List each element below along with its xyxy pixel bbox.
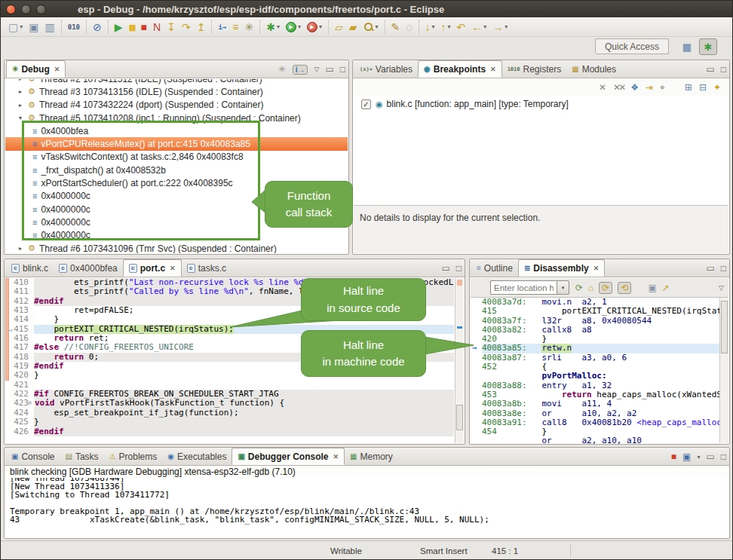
binary-view-button[interactable]: 010: [66, 19, 82, 35]
debug-tree-frame-row[interactable]: ≡0x4000000c: [5, 216, 348, 228]
expand-arrow-icon[interactable]: ▸: [19, 245, 28, 252]
skip-all-breakpoints-button[interactable]: ⊘: [90, 19, 104, 35]
disassembly-line[interactable]: 40083a88: entry a1, 32: [471, 381, 728, 390]
overview-ruler[interactable]: [455, 278, 464, 443]
tab-registers[interactable]: 1010Registers: [502, 60, 567, 78]
run-dropdown-icon[interactable]: ▾: [298, 23, 301, 30]
step-into-button[interactable]: ↧: [164, 19, 178, 35]
disassembly-scroll-thumb[interactable]: [721, 301, 728, 353]
minimize-view-icon[interactable]: ▭: [706, 64, 714, 75]
disconnect-button[interactable]: N: [151, 19, 163, 35]
export-icon[interactable]: ↗: [662, 283, 670, 293]
tab-debugger-console[interactable]: ▣Debugger Console✕: [232, 448, 345, 465]
console-output[interactable]: [New Thread 1073468744][New Thread 10734…: [5, 478, 728, 537]
breakpoint-checkbox[interactable]: ✓: [361, 99, 371, 109]
debug-tree-frame-row[interactable]: ≡_frxt_dispatch() at 0x4008532b: [5, 164, 348, 176]
disassembly-scrollbar[interactable]: [719, 298, 728, 443]
open-resource-button[interactable]: ▰: [347, 19, 360, 35]
disassembly-line[interactable]: 415 portEXIT_CRITICAL_NESTED(irqStatus): [471, 307, 728, 316]
step-over-button[interactable]: ↷: [179, 19, 193, 35]
editor-code-line[interactable]: 424 esp_set_breakpoint_if_jtag(function)…: [10, 409, 454, 418]
cpp-perspective-button[interactable]: ▦: [678, 38, 696, 55]
maximize-view-icon[interactable]: □: [721, 64, 726, 75]
maximize-view-icon[interactable]: □: [721, 263, 726, 274]
editor-code-line[interactable]: 415 portEXIT_CRITICAL_NESTED(irqStatus);: [10, 325, 454, 334]
debug-perspective-button[interactable]: ✱: [699, 38, 717, 55]
view-menu-icon[interactable]: ▽: [314, 66, 319, 73]
editor-code-line[interactable]: 417#else //!CONFIG_FREERTOS_UNICORE: [10, 343, 454, 352]
new-button[interactable]: ▢▾: [6, 19, 25, 35]
editor-code-line[interactable]: 419#endif: [10, 362, 454, 371]
resume-button[interactable]: ▶: [112, 19, 125, 35]
minimize-view-icon[interactable]: ▭: [325, 64, 333, 75]
tab-executables[interactable]: ◉Executables: [162, 448, 232, 465]
tab-memory[interactable]: ▦Memory: [345, 448, 398, 465]
home-icon[interactable]: ⌂: [588, 283, 593, 293]
disassembly-line[interactable]: 454 }: [471, 427, 728, 436]
remove-breakpoint-icon[interactable]: ✕: [599, 82, 606, 93]
debug-tree-frame-row[interactable]: ≡vPortCPUReleaseMutex() at port.c:415 0x…: [5, 137, 348, 150]
maximize-window-button[interactable]: [36, 5, 46, 14]
suspend-button[interactable]: ▮▮: [127, 19, 137, 35]
close-tab-icon[interactable]: ✕: [333, 453, 339, 461]
expand-arrow-icon[interactable]: ▾: [19, 115, 28, 121]
disassembly-line[interactable]: 40083a7f: l32r a8, 0x40080544: [471, 317, 728, 326]
step-return-button[interactable]: ↥: [195, 19, 208, 35]
follow-pc-icon[interactable]: ⟲: [618, 282, 631, 294]
unlink-icon[interactable]: ⌖: [660, 82, 665, 93]
disassembly-line[interactable]: 420 }: [471, 335, 728, 344]
disassembly-line[interactable]: 40083a7d: movi.n a2, 1: [471, 298, 728, 307]
group-by-icon[interactable]: ✦: [713, 82, 721, 93]
instruction-stepping-toggle-icon[interactable]: i→: [293, 65, 308, 75]
debug-dropdown-icon[interactable]: ▾: [277, 23, 280, 30]
tab-tasks-c[interactable]: ctasks.c: [182, 259, 232, 277]
last-edit-location-button[interactable]: ↓▾: [423, 19, 437, 35]
location-input[interactable]: [490, 280, 557, 295]
disassembly-line[interactable]: 452 {: [471, 363, 728, 372]
close-tab-icon[interactable]: ✕: [170, 265, 176, 272]
fold-marker-icon[interactable]: ⊖: [28, 399, 35, 408]
disassembly-line[interactable]: →40083a85: retw.n: [471, 344, 728, 353]
disassembly-line[interactable]: pvPortMalloc:: [471, 372, 728, 381]
run-button[interactable]: ▶▾: [284, 19, 303, 35]
tab-port-c[interactable]: cport.c✕: [123, 259, 182, 277]
ruler-thumb[interactable]: [456, 405, 463, 430]
close-window-button[interactable]: [6, 5, 16, 14]
quick-access-button[interactable]: Quick Access: [595, 38, 669, 54]
expand-arrow-icon[interactable]: ▸: [19, 102, 28, 109]
remove-all-breakpoints-icon[interactable]: ✕✕: [613, 82, 624, 93]
breakpoint-item[interactable]: ✓ ◉ blink.c [function: app_main] [type: …: [354, 97, 728, 111]
save-all-button[interactable]: ▥: [42, 19, 57, 35]
disassembly-line[interactable]: 40083a8e: or a10, a2, a2: [471, 409, 728, 418]
new-view-icon[interactable]: ▣: [648, 283, 656, 293]
tab-problems[interactable]: ⚠Problems: [104, 448, 163, 465]
disassembly-line[interactable]: 40083a87: srli a3, a0, 6: [471, 353, 728, 363]
go-to-file-icon[interactable]: ⇥: [646, 82, 653, 93]
disassembly-line[interactable]: or a2, a10, a10: [471, 436, 728, 445]
editor-code-line[interactable]: 416 return ret;: [10, 334, 454, 343]
debug-tree-frame-row[interactable]: ≡xPortStartScheduler() at port.c:222 0x4…: [5, 176, 348, 189]
minimize-view-icon[interactable]: ▭: [441, 263, 449, 274]
debug-button[interactable]: ✱▾: [264, 19, 282, 35]
disassembly-line[interactable]: 40083a82: callx8 a8: [471, 326, 728, 335]
annotations-button[interactable]: ◌: [403, 19, 414, 35]
pin-console-button[interactable]: ≡: [230, 19, 241, 35]
tab-disassembly[interactable]: ≣Disassembly✕: [518, 259, 605, 277]
expand-arrow-icon[interactable]: ▸: [19, 88, 28, 95]
minimize-view-icon[interactable]: ▭: [706, 263, 714, 274]
debug-tree-frame-row[interactable]: ≡0x4000000c: [5, 203, 348, 216]
debug-tree-thread-row[interactable]: ▸⚙Thread #3 1073413156 (IDLE) (Suspended…: [5, 85, 348, 98]
debug-tree-thread-row[interactable]: ▾⚙Thread #5 1073410208 (ipc1 : Running) …: [5, 112, 348, 124]
tab-tasks[interactable]: ▤Tasks: [60, 448, 103, 465]
instruction-stepping-button[interactable]: i→: [216, 19, 228, 35]
debug-tree-frame-row[interactable]: ≡vTaskSwitchContext() at tasks.c:2,846 0…: [5, 151, 348, 164]
close-tab-icon[interactable]: ✕: [593, 265, 600, 272]
next-edit-location-dropdown-icon[interactable]: ▾: [448, 23, 451, 30]
editor-code-line[interactable]: 411 ets_printf("Called by %s line %d\n",…: [10, 287, 454, 296]
editor-code-line[interactable]: 413 ret=pdFALSE;: [10, 306, 454, 315]
expand-all-icon[interactable]: ⊞: [685, 82, 692, 93]
editor-code-line[interactable]: 425}: [10, 418, 454, 427]
new-dropdown-icon[interactable]: ▾: [20, 23, 23, 30]
editor-code-line[interactable]: 420}: [10, 371, 454, 380]
search-button[interactable]: ▾: [361, 19, 381, 35]
